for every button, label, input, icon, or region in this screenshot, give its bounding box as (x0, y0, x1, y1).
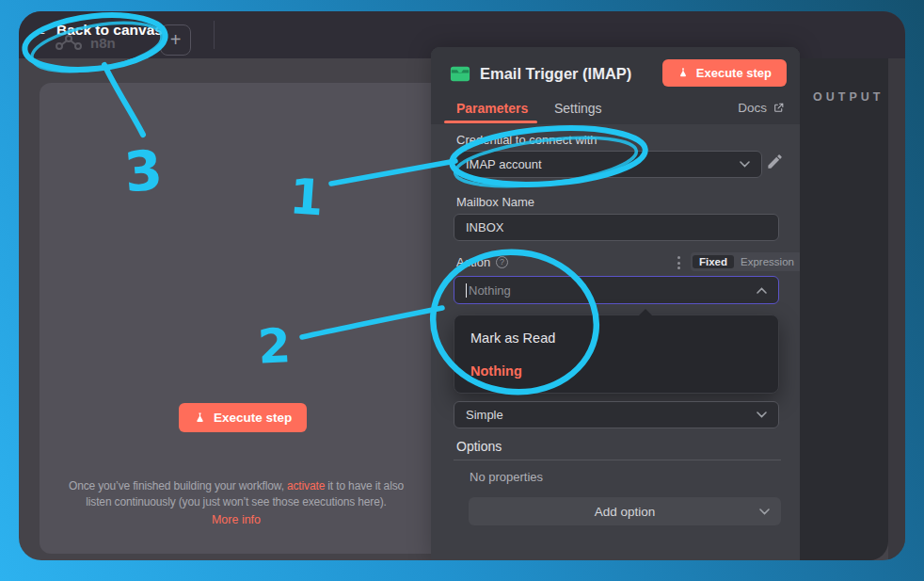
help-icon[interactable]: ? (496, 256, 508, 268)
docs-link[interactable]: Docs (738, 101, 785, 115)
toggle-fixed[interactable]: Fixed (693, 255, 734, 268)
back-arrow-icon: ← (32, 23, 48, 39)
node-title: Email Trigger (IMAP) (480, 65, 631, 83)
back-to-canvas-button[interactable]: ← Back to canvas (32, 22, 163, 39)
option-mark-as-read[interactable]: Mark as Read (470, 331, 555, 346)
activation-hint: Once you’ve finished building your workf… (68, 478, 405, 510)
window-right-edge (888, 58, 905, 560)
text-cursor (466, 283, 467, 298)
options-kebab-icon[interactable] (676, 254, 682, 271)
execute-step-button-canvas[interactable]: Execute step (179, 403, 307, 432)
hint-text-before: Once you’ve finished building your workf… (69, 479, 287, 492)
credential-select[interactable]: IMAP account (454, 151, 762, 178)
plus-icon: + (170, 29, 182, 50)
credential-label: Credential to connect with (456, 133, 597, 147)
back-to-canvas-label: Back to canvas (56, 22, 163, 39)
chevron-down-icon (740, 161, 750, 168)
docs-label: Docs (738, 101, 767, 115)
chevron-up-icon (757, 287, 767, 294)
mailbox-value: INBOX (466, 220, 503, 234)
action-dropdown-menu: Mark as Read Nothing (454, 315, 779, 394)
mailbox-input[interactable]: INBOX (454, 214, 779, 241)
node-details-panel: Email Trigger (IMAP) Execute step Parame… (431, 47, 800, 560)
activate-link[interactable]: activate (287, 479, 325, 492)
output-panel-title: OUTPUT (813, 90, 884, 104)
edit-credential-pencil-icon[interactable] (766, 153, 784, 170)
active-tab-underline (444, 121, 537, 123)
chevron-down-icon (757, 412, 767, 418)
node-details-header: Email Trigger (IMAP) Execute step Parame… (431, 47, 800, 124)
flask-icon (194, 412, 206, 425)
action-label: Action (456, 255, 490, 269)
flask-icon (677, 67, 689, 79)
add-option-label: Add option (595, 505, 656, 519)
external-link-icon (773, 102, 785, 114)
options-section-label: Options (456, 439, 502, 454)
mailbox-label: Mailbox Name (456, 195, 534, 209)
toggle-expression[interactable]: Expression (734, 255, 801, 268)
format-select[interactable]: Simple (454, 401, 779, 428)
options-divider (454, 460, 781, 460)
execute-step-label: Execute step (214, 411, 292, 425)
action-select[interactable]: Nothing (454, 276, 779, 304)
app-window: n8n ← Back to canvas + Execute step Once… (19, 11, 905, 560)
email-trigger-node-icon (450, 63, 470, 84)
add-option-button[interactable]: Add option (469, 497, 781, 525)
execute-step-label: Execute step (696, 66, 772, 80)
credential-value: IMAP account (466, 157, 542, 171)
add-node-button[interactable]: + (160, 24, 191, 56)
output-panel: OUTPUT (800, 58, 888, 560)
option-nothing-selected[interactable]: Nothing (470, 363, 522, 379)
action-value: Nothing (469, 283, 511, 298)
more-info-link[interactable]: More info (68, 513, 405, 526)
topbar-divider (214, 21, 215, 49)
fixed-expression-toggle: Fixed Expression (691, 252, 803, 271)
tab-parameters[interactable]: Parameters (456, 101, 528, 116)
chevron-down-icon (759, 508, 770, 515)
format-value: Simple (466, 408, 503, 422)
dropdown-arrow (639, 309, 652, 315)
no-properties-text: No properties (470, 470, 543, 484)
execute-step-button-panel[interactable]: Execute step (662, 59, 787, 87)
screen: { "topbar": { "back_label": "Back to can… (0, 0, 924, 581)
tab-settings[interactable]: Settings (554, 101, 602, 116)
